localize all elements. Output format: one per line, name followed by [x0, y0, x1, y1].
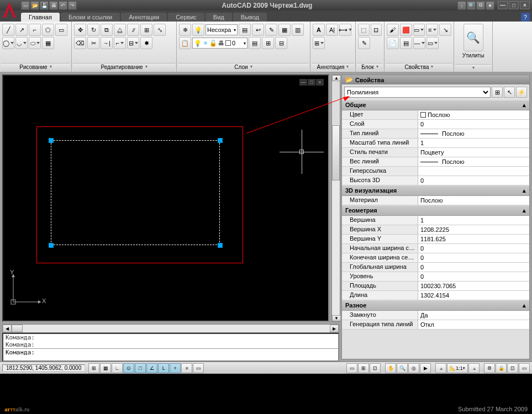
grip[interactable]: [49, 138, 54, 143]
ortho-toggle-icon[interactable]: ∟: [112, 363, 123, 373]
command-prompt[interactable]: Команда:: [3, 348, 338, 356]
redo-icon[interactable]: ↷: [68, 1, 77, 10]
snap-toggle-icon[interactable]: ⊞: [88, 363, 99, 373]
annotation-scale-icon[interactable]: ⟁: [435, 363, 446, 373]
lweight-drop-icon[interactable]: —: [413, 37, 425, 49]
pan-icon[interactable]: ✋: [385, 363, 396, 373]
toggle-pickadd-icon[interactable]: ⊞: [492, 87, 503, 98]
property-group-header[interactable]: Общие▴: [342, 100, 529, 110]
property-value[interactable]: 0: [418, 120, 529, 129]
drawing-canvas[interactable]: — □ ×: [2, 75, 329, 322]
circle-icon[interactable]: ◯: [2, 37, 14, 49]
property-group-header[interactable]: Геометрия▴: [342, 205, 529, 216]
color-icon[interactable]: 🟥: [400, 24, 412, 36]
property-row[interactable]: Вершина X1208.2225: [342, 225, 529, 235]
layer-match-icon[interactable]: ✎: [265, 24, 277, 36]
copy-icon[interactable]: ⧉: [101, 24, 113, 36]
explode-icon[interactable]: ✸: [140, 37, 152, 49]
ellipse-icon[interactable]: ⬭: [29, 37, 41, 49]
showmotion-icon[interactable]: ▶: [420, 363, 431, 373]
layer-btn-d-icon[interactable]: ⊞: [262, 37, 274, 49]
panel-title-layers[interactable]: Слои: [178, 63, 309, 71]
panel-title-annotation[interactable]: Аннотация: [312, 63, 354, 71]
select-objects-icon[interactable]: ↖: [504, 87, 515, 98]
property-row[interactable]: Стиль печатиПоцвету: [342, 148, 529, 157]
tab-view[interactable]: Вид: [206, 13, 232, 22]
search-icon[interactable]: 🔍: [467, 1, 476, 10]
mtext-icon[interactable]: A: [313, 24, 325, 36]
layer-prev-icon[interactable]: ↩: [252, 24, 264, 36]
extend-icon[interactable]: →|: [101, 37, 113, 49]
scroll-thumb[interactable]: [332, 125, 340, 181]
panel-title-block[interactable]: Блок: [357, 63, 383, 71]
quick-view-layouts-icon[interactable]: ⊞: [358, 363, 369, 373]
layer-freeze-icon[interactable]: ❄: [179, 24, 191, 36]
qp-toggle-icon[interactable]: ▭: [193, 363, 204, 373]
trim-icon[interactable]: ✂: [87, 37, 99, 49]
new-icon[interactable]: ▭: [21, 1, 30, 10]
zoom-icon[interactable]: 🔍: [397, 363, 408, 373]
layer-btn-c-icon[interactable]: ▤: [249, 37, 261, 49]
list-icon[interactable]: 📄: [387, 37, 399, 49]
property-value[interactable]: 1302.4154: [418, 291, 529, 300]
property-value[interactable]: Да: [418, 311, 529, 320]
print-icon[interactable]: 🖶: [49, 1, 58, 10]
minimize-button[interactable]: —: [498, 1, 508, 9]
property-value[interactable]: Послою: [418, 110, 529, 119]
property-row[interactable]: ЦветПослою: [342, 110, 529, 120]
scroll-up-icon[interactable]: ▲: [332, 75, 341, 81]
polygon-icon[interactable]: ⬠: [42, 24, 54, 36]
favorites-icon[interactable]: ★: [486, 1, 494, 10]
property-value[interactable]: 1208.2225: [418, 225, 529, 234]
command-window[interactable]: Команда: Команда: Команда:: [2, 333, 339, 362]
toolbar-lock-icon[interactable]: 🔒: [496, 363, 507, 373]
property-row[interactable]: Тип линийПослою: [342, 129, 529, 139]
scroll-right-icon[interactable]: ▶: [330, 325, 339, 332]
open-icon[interactable]: 📂: [30, 1, 39, 10]
panel-title-utilities[interactable]: [455, 64, 491, 71]
xline-icon[interactable]: ↗: [15, 24, 28, 36]
tab-output[interactable]: Вывод: [233, 13, 267, 22]
erase-icon[interactable]: ⌫: [74, 37, 86, 49]
property-row[interactable]: МатериалПослою: [342, 196, 529, 205]
property-group-header[interactable]: 3D визуализация▴: [342, 185, 529, 196]
property-row[interactable]: Высота 3D0: [342, 176, 529, 185]
palette-title[interactable]: 📂 Свойства: [342, 75, 529, 84]
array-icon[interactable]: ⊞: [140, 24, 152, 36]
layer-btn-a-icon[interactable]: ▦: [278, 24, 291, 36]
object-type-dropdown[interactable]: Полилиния: [344, 87, 491, 98]
rectangle-icon[interactable]: ▭: [55, 24, 67, 36]
layer-state-input[interactable]: [207, 26, 233, 33]
property-row[interactable]: Конечная ширина сегме...0: [342, 253, 529, 263]
grip[interactable]: [218, 138, 223, 143]
scroll-left-icon[interactable]: ◀: [3, 325, 12, 332]
lwt-toggle-icon[interactable]: ≡: [181, 363, 192, 373]
annotation-scale-value[interactable]: 📐1:1▾: [447, 363, 468, 373]
color-drop-icon[interactable]: ▭: [413, 24, 425, 36]
rotate-icon[interactable]: ↻: [87, 24, 99, 36]
property-value[interactable]: Послою: [418, 157, 529, 166]
tab-annotate[interactable]: Аннотации: [121, 13, 167, 22]
property-value[interactable]: Откл: [418, 320, 529, 329]
panel-title-properties[interactable]: Свойства: [386, 63, 452, 71]
osnap-toggle-icon[interactable]: □: [135, 363, 146, 373]
property-value[interactable]: Послою: [418, 196, 529, 205]
layer-off-icon[interactable]: 💡: [192, 24, 204, 36]
horizontal-scrollbar[interactable]: ◀ ▶: [2, 324, 339, 333]
scroll-down-icon[interactable]: ▼: [332, 315, 341, 321]
otrack-toggle-icon[interactable]: ∠: [146, 363, 157, 373]
quick-view-drawings-icon[interactable]: ⊡: [370, 363, 381, 373]
property-row[interactable]: Слой0: [342, 120, 529, 129]
edit-block-icon[interactable]: ✎: [358, 37, 370, 49]
property-row[interactable]: Глобальная ширина0: [342, 263, 529, 272]
layer-props-icon[interactable]: 📋: [179, 37, 191, 49]
dyn-toggle-icon[interactable]: +: [170, 363, 181, 373]
property-row[interactable]: Длина1302.4154: [342, 291, 529, 300]
offset-icon[interactable]: ⫽: [127, 24, 139, 36]
polar-toggle-icon[interactable]: ⊙: [123, 363, 134, 373]
dimension-icon[interactable]: ⟷: [339, 24, 351, 36]
break-icon[interactable]: ⊟: [127, 37, 139, 49]
close-button[interactable]: ×: [520, 1, 530, 9]
insert-block-icon[interactable]: ⬚: [358, 24, 370, 36]
property-value[interactable]: 0: [418, 272, 529, 281]
